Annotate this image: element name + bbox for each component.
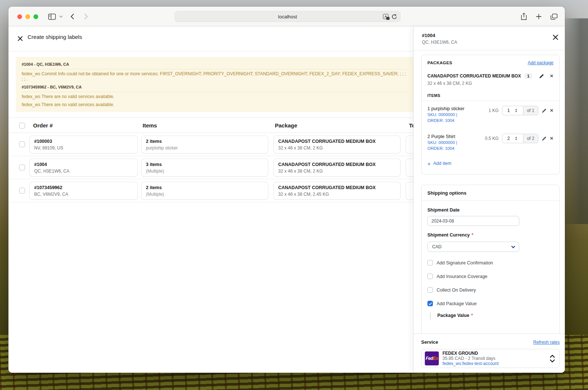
package-item-row: 2 Purple Shirt SKU: 0000000 | ORDER: 100…	[427, 134, 553, 151]
items-cell[interactable]: 3 items (Multiple)	[141, 159, 268, 177]
edit-package-icon[interactable]	[539, 74, 544, 79]
column-header-items: Items	[143, 122, 157, 129]
shipping-options-divider	[422, 201, 559, 201]
item-sku-link[interactable]: SKU: 0000000 |	[427, 140, 483, 145]
translate-icon[interactable]: A	[383, 14, 388, 19]
package-value-section: Package Value *	[430, 312, 553, 319]
chevron-down-icon[interactable]	[550, 359, 555, 362]
quantity-stepper[interactable]: ▲ ▼	[515, 108, 517, 113]
items-detail: (Multiple)	[146, 191, 263, 197]
zoom-window-button[interactable]	[33, 14, 38, 19]
item-sku-link[interactable]: SKU: 0000000 |	[427, 112, 483, 118]
service-account-link[interactable]: fedex_ws:fedex-test-account	[442, 361, 499, 366]
row-checkbox[interactable]	[19, 165, 25, 170]
back-button[interactable]	[71, 7, 74, 26]
new-tab-icon[interactable]	[536, 14, 542, 19]
insurance-coverage-checkbox[interactable]	[427, 274, 433, 279]
remove-item-icon[interactable]: ✕	[550, 108, 553, 113]
currency-value: CAD	[432, 244, 441, 249]
service-title: Service	[421, 339, 438, 345]
package-detail: 32 x 46 x 38 CM, 2 KG	[278, 145, 396, 151]
close-page-button[interactable]	[18, 36, 23, 43]
shipment-currency-label: Shipment Currency	[427, 232, 470, 238]
address-bar[interactable]: localhost A	[175, 11, 401, 22]
order-cell[interactable]: #100003 NV, 89109, US	[29, 136, 138, 154]
order-cell[interactable]: #1004 QC, H3E1W6, CA	[29, 159, 138, 177]
package-box-name: CANADAPOST CORRUGATED MEDIUM BOX	[427, 73, 521, 79]
remove-package-icon[interactable]: ✕	[550, 74, 553, 78]
row-checkbox[interactable]	[19, 141, 25, 147]
table-row: #1073459962 BC, V6M2V9, CA 2 items (Mult…	[8, 179, 413, 202]
forward-button[interactable]	[84, 7, 88, 26]
order-cell[interactable]: #1073459962 BC, V6M2V9, CA	[29, 182, 138, 200]
column-header-order: Order #	[33, 122, 53, 129]
chevron-right-icon	[84, 14, 88, 19]
toolbar-right-buttons	[521, 7, 557, 26]
service-selector-arrows[interactable]	[550, 355, 555, 362]
total-cell-clipped[interactable]	[406, 159, 413, 177]
tab-overview-icon[interactable]	[551, 14, 557, 20]
page-title: Create shipping labels	[28, 34, 82, 40]
remove-item-icon[interactable]: ✕	[550, 136, 553, 141]
order-number: #1004	[34, 162, 133, 167]
add-item-link[interactable]: + Add item	[427, 161, 553, 166]
add-package-value-checkbox[interactable]	[427, 301, 433, 306]
item-quantity-group: ▲ ▼ of 1	[502, 106, 538, 115]
stepper-down-icon[interactable]: ▼	[515, 138, 517, 141]
reload-icon[interactable]	[392, 14, 397, 19]
share-icon[interactable]	[521, 13, 527, 20]
collect-on-delivery-checkbox[interactable]	[427, 287, 433, 293]
item-order-link[interactable]: ORDER: 1004	[427, 118, 483, 123]
panel-order-number: #1004	[422, 33, 557, 38]
service-rate: 35.85 CAD - 2 Transit days	[442, 356, 499, 361]
shipment-date-label: Shipment Date	[427, 207, 553, 213]
signature-confirmation-checkbox[interactable]	[427, 260, 433, 266]
minimize-window-button[interactable]	[25, 14, 30, 19]
page-header: Create shipping labels	[8, 26, 413, 51]
table-row: #1004 QC, H3E1W6, CA 3 items (Multiple) …	[8, 156, 413, 179]
close-window-button[interactable]	[17, 14, 22, 19]
refresh-rates-link[interactable]: Refresh rates	[533, 340, 560, 345]
item-quantity-of: of 1	[523, 106, 538, 115]
warning-order-ref: #1004 - QC, H3E1W6, CA	[22, 60, 408, 69]
warning-message: fedex_ws There are no valid services ava…	[22, 92, 408, 100]
item-weight: 1 KG	[489, 108, 499, 113]
chevron-down-icon	[511, 246, 515, 248]
sidebar-toggle-button[interactable]	[48, 7, 56, 26]
close-icon	[18, 36, 23, 41]
add-package-link[interactable]: Add package	[528, 60, 553, 65]
shipment-date-input[interactable]	[427, 216, 519, 226]
checkbox-row: Add Package Value	[427, 301, 553, 306]
total-cell-clipped[interactable]	[406, 136, 413, 154]
browser-toolbar: localhost A	[8, 7, 565, 26]
item-quantity-input[interactable]	[502, 136, 515, 141]
packages-title: PACKAGES	[427, 61, 452, 65]
items-count: 2 items	[146, 185, 263, 191]
checkbox-label: Add Signature Confirmation	[437, 260, 493, 266]
row-checkbox[interactable]	[19, 188, 25, 194]
panel-header: #1004 QC, H3E1W6, CA	[414, 26, 565, 50]
panel-close-button[interactable]	[553, 35, 558, 41]
quantity-stepper[interactable]: ▲ ▼	[515, 136, 517, 141]
edit-item-icon[interactable]	[542, 108, 546, 113]
currency-select[interactable]: CAD	[427, 242, 519, 252]
edit-item-icon[interactable]	[542, 136, 546, 141]
total-cell-clipped[interactable]	[406, 182, 413, 200]
sidebar-menu-chevron[interactable]	[59, 7, 63, 26]
items-detail: (Multiple)	[146, 168, 263, 174]
chevron-up-icon[interactable]	[550, 355, 555, 358]
panel-order-destination: QC, H3E1W6, CA	[422, 40, 557, 45]
package-cell[interactable]: CANADAPOST CORRUGATED MEDIUM BOX 32 x 46…	[273, 182, 401, 200]
package-cell[interactable]: CANADAPOST CORRUGATED MEDIUM BOX 32 x 46…	[273, 136, 401, 154]
item-order-link[interactable]: ORDER: 1004	[427, 145, 483, 151]
warning-message: fedex_ws There are no valid services ava…	[22, 100, 408, 108]
items-cell[interactable]: 2 items purplship sticker	[141, 136, 268, 154]
select-all-checkbox[interactable]	[19, 123, 25, 129]
item-quantity-input[interactable]	[502, 108, 515, 113]
items-cell[interactable]: 2 items (Multiple)	[141, 182, 268, 200]
package-cell[interactable]: CANADAPOST CORRUGATED MEDIUM BOX 32 x 46…	[273, 159, 401, 177]
stepper-down-icon[interactable]: ▼	[515, 111, 517, 113]
service-rate-card[interactable]: FedEx FEDEX GROUND 35.85 CAD - 2 Transit…	[421, 349, 560, 368]
chevron-down-icon	[59, 15, 63, 18]
order-number: #100003	[34, 138, 133, 144]
